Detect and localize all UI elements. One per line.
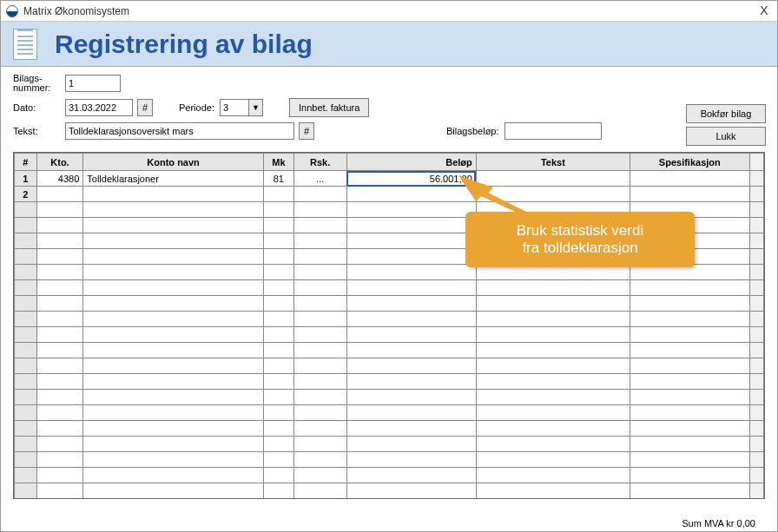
table-row[interactable]: 14380Tolldeklarasjoner81...56.001,00: [15, 171, 764, 187]
table-row[interactable]: 2: [15, 187, 764, 202]
table-row[interactable]: [15, 343, 764, 358]
cell-spesifikasjon[interactable]: [630, 421, 750, 437]
cell-spesifikasjon[interactable]: [630, 483, 750, 499]
cell-belop[interactable]: [346, 437, 476, 452]
cell-spesifikasjon[interactable]: [630, 280, 750, 296]
cell-tekst[interactable]: [476, 468, 630, 483]
table-row[interactable]: [15, 249, 764, 265]
cell-konto-navn[interactable]: [83, 452, 264, 468]
cell-rsk[interactable]: [293, 249, 346, 265]
table-row[interactable]: [15, 327, 764, 343]
cell-mk[interactable]: [263, 187, 293, 202]
cell-spesifikasjon[interactable]: [630, 437, 750, 452]
cell-mk[interactable]: [263, 390, 293, 405]
cell-belop[interactable]: [346, 421, 476, 437]
col-tekst[interactable]: Tekst: [476, 154, 630, 171]
cell-mk[interactable]: [263, 218, 293, 233]
cell-tekst[interactable]: [476, 280, 630, 296]
table-row[interactable]: [15, 405, 764, 421]
table-row[interactable]: [15, 202, 764, 218]
cell-spesifikasjon[interactable]: [630, 296, 750, 312]
cell-kto[interactable]: [36, 343, 83, 358]
cell-mk[interactable]: 81: [263, 171, 293, 187]
cell-konto-navn[interactable]: [83, 405, 264, 421]
col-hash[interactable]: #: [15, 154, 37, 171]
cell-spesifikasjon[interactable]: [630, 374, 750, 390]
cell-tekst[interactable]: [476, 296, 630, 312]
table-row[interactable]: [15, 265, 764, 280]
cell-konto-navn[interactable]: Tolldeklarasjoner: [83, 171, 264, 187]
bokfor-bilag-button[interactable]: Bokfør bilag: [686, 104, 766, 123]
cell-konto-navn[interactable]: [83, 218, 264, 233]
cell-mk[interactable]: [263, 249, 293, 265]
cell-rsk[interactable]: [293, 483, 346, 499]
cell-belop[interactable]: [346, 452, 476, 468]
cell-spesifikasjon[interactable]: [630, 265, 750, 280]
cell-rsk[interactable]: [293, 421, 346, 437]
cell-tekst[interactable]: [476, 171, 630, 187]
cell-belop[interactable]: [346, 343, 476, 358]
cell-tekst[interactable]: [476, 374, 630, 390]
cell-konto-navn[interactable]: [83, 437, 264, 452]
cell-tekst[interactable]: [476, 312, 630, 327]
cell-spesifikasjon[interactable]: [630, 312, 750, 327]
cell-rsk[interactable]: [293, 327, 346, 343]
cell-konto-navn[interactable]: [83, 343, 264, 358]
cell-kto[interactable]: [36, 265, 83, 280]
cell-konto-navn[interactable]: [83, 280, 264, 296]
cell-rsk[interactable]: [293, 202, 346, 218]
cell-spesifikasjon[interactable]: [630, 343, 750, 358]
table-row[interactable]: [15, 421, 764, 437]
cell-spesifikasjon[interactable]: [630, 202, 750, 218]
cell-konto-navn[interactable]: [83, 327, 264, 343]
cell-konto-navn[interactable]: [83, 390, 264, 405]
cell-belop[interactable]: [346, 312, 476, 327]
cell-rsk[interactable]: [293, 468, 346, 483]
col-rsk[interactable]: Rsk.: [293, 154, 346, 171]
cell-mk[interactable]: [263, 468, 293, 483]
cell-mk[interactable]: [263, 405, 293, 421]
cell-kto[interactable]: [36, 468, 83, 483]
table-row[interactable]: [15, 374, 764, 390]
cell-tekst[interactable]: [476, 405, 630, 421]
table-row[interactable]: [15, 390, 764, 405]
tekst-input[interactable]: [65, 122, 294, 140]
cell-belop[interactable]: [346, 202, 476, 218]
cell-spesifikasjon[interactable]: [630, 405, 750, 421]
cell-tekst[interactable]: [476, 187, 630, 202]
cell-konto-navn[interactable]: [83, 483, 264, 499]
cell-belop[interactable]: [346, 468, 476, 483]
table-row[interactable]: [15, 218, 764, 233]
cell-mk[interactable]: [263, 202, 293, 218]
cell-belop[interactable]: [346, 265, 476, 280]
cell-konto-navn[interactable]: [83, 312, 264, 327]
col-mk[interactable]: Mk: [263, 154, 293, 171]
cell-belop[interactable]: [346, 233, 476, 249]
cell-kto[interactable]: [36, 296, 83, 312]
cell-spesifikasjon[interactable]: [630, 249, 750, 265]
cell-konto-navn[interactable]: [83, 374, 264, 390]
cell-kto[interactable]: [36, 405, 83, 421]
cell-belop[interactable]: [346, 249, 476, 265]
cell-rsk[interactable]: [293, 452, 346, 468]
cell-kto[interactable]: [36, 452, 83, 468]
cell-rsk[interactable]: [293, 374, 346, 390]
table-row[interactable]: [15, 312, 764, 327]
cell-mk[interactable]: [263, 343, 293, 358]
cell-tekst[interactable]: [476, 249, 630, 265]
cell-rsk[interactable]: [293, 265, 346, 280]
cell-kto[interactable]: [36, 358, 83, 374]
cell-kto[interactable]: [36, 202, 83, 218]
cell-kto[interactable]: [36, 483, 83, 499]
table-row[interactable]: [15, 468, 764, 483]
col-spesifikasjon[interactable]: Spesifikasjon: [630, 154, 750, 171]
cell-kto[interactable]: [36, 312, 83, 327]
cell-kto[interactable]: [36, 374, 83, 390]
cell-spesifikasjon[interactable]: [630, 327, 750, 343]
cell-mk[interactable]: [263, 358, 293, 374]
table-row[interactable]: [15, 437, 764, 452]
table-row[interactable]: [15, 280, 764, 296]
cell-rsk[interactable]: [293, 405, 346, 421]
cell-kto[interactable]: [36, 233, 83, 249]
cell-spesifikasjon[interactable]: [630, 468, 750, 483]
